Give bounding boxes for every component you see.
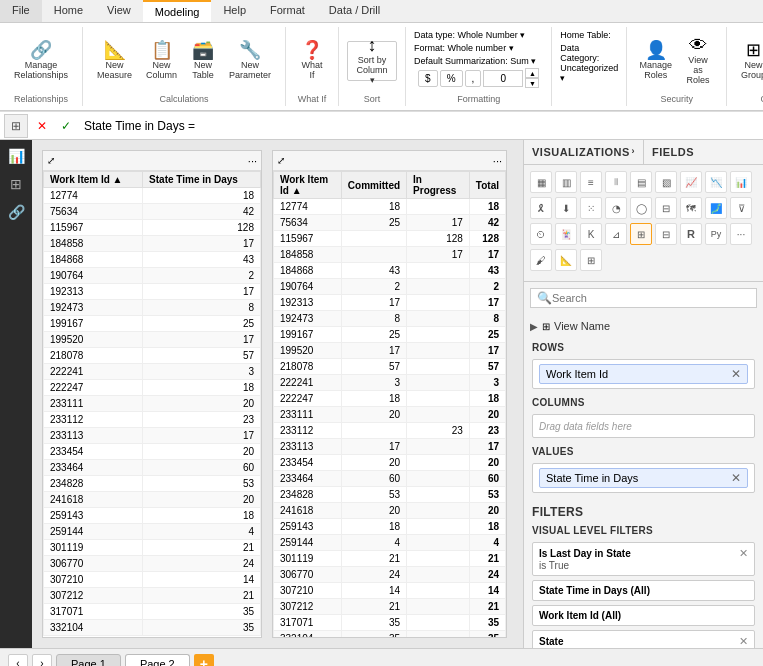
tab-data-drill[interactable]: Data / Drill [317, 0, 392, 22]
view-as-roles-button[interactable]: 👁 View asRoles [678, 34, 718, 87]
nav-data-icon[interactable]: ⊞ [4, 172, 28, 196]
ribbon: File Home View Modeling Help Format Data… [0, 0, 763, 112]
tab-modeling[interactable]: Modeling [143, 0, 212, 22]
table-row: 2591444 [44, 524, 261, 540]
viz-slicer[interactable]: ⊿ [605, 223, 627, 245]
manage-relationships-button[interactable]: 🔗 ManageRelationships [8, 39, 74, 82]
decimal-down-button[interactable]: ▼ [525, 78, 539, 88]
format-value-input[interactable]: 0 [483, 70, 523, 87]
viz-kpi[interactable]: K [580, 223, 602, 245]
table-selector-icon[interactable]: ⊞ [4, 114, 28, 138]
view-name-field[interactable]: ▶ ⊞ View Name [530, 318, 757, 334]
left-table-expand-icon[interactable]: ⤢ [47, 155, 55, 166]
values-drop-zone[interactable]: State Time in Days ✕ [532, 463, 755, 493]
formula-cancel-button[interactable]: ✕ [32, 116, 52, 136]
viz-line[interactable]: 📈 [680, 171, 702, 193]
col-work-item-id[interactable]: Work Item Id ▲ [44, 172, 143, 188]
dollar-button[interactable]: $ [418, 70, 438, 87]
col-right-in-progress[interactable]: In Progress [407, 172, 470, 199]
viz-treemap[interactable]: ⊟ [655, 197, 677, 219]
viz-stacked-bar[interactable]: ▦ [530, 171, 552, 193]
search-input[interactable] [552, 292, 750, 304]
viz-scatter[interactable]: ⁙ [580, 197, 602, 219]
viz-gauge[interactable]: ⏲ [530, 223, 552, 245]
percent-button[interactable]: % [440, 70, 463, 87]
viz-line-col[interactable]: 📊 [730, 171, 752, 193]
decimal-up-button[interactable]: ▲ [525, 68, 539, 78]
col-state-time-in-days[interactable]: State Time in Days [143, 172, 261, 188]
viz-clustered-bar[interactable]: ≡ [580, 171, 602, 193]
rows-drop-zone[interactable]: Work Item Id ✕ [532, 359, 755, 389]
viz-fields-icon[interactable]: ⊞ [580, 249, 602, 271]
new-measure-button[interactable]: 📐 NewMeasure [91, 39, 138, 82]
columns-drop-zone[interactable]: Drag data fields here [532, 414, 755, 438]
whatif-button[interactable]: ❓ What If [294, 39, 330, 82]
viz-stacked-col[interactable]: ▥ [555, 171, 577, 193]
viz-format-icon[interactable]: 🖌 [530, 249, 552, 271]
viz-funnel[interactable]: ⊽ [730, 197, 752, 219]
tab-view[interactable]: View [95, 0, 143, 22]
filter-1-remove[interactable]: ✕ [739, 547, 748, 560]
manage-roles-button[interactable]: 👤 ManageRoles [635, 39, 676, 82]
viz-ribbon[interactable]: 🎗 [530, 197, 552, 219]
table-row: 2331122323 [274, 423, 506, 439]
new-group-button[interactable]: ⊞ NewGroup [735, 39, 763, 82]
left-table-more-icon[interactable]: ··· [248, 155, 257, 167]
add-page-button[interactable]: + [194, 654, 214, 667]
viz-matrix[interactable]: ⊟ [655, 223, 677, 245]
table-row: 24161820 [44, 492, 261, 508]
table-row: 2331131717 [274, 439, 506, 455]
table-row: 2331112020 [274, 407, 506, 423]
right-table-container: ⤢ ··· Work Item Id ▲ Committed In Progre… [272, 150, 507, 638]
work-item-id-remove[interactable]: ✕ [731, 367, 741, 381]
right-table-expand-icon[interactable]: ⤢ [277, 155, 285, 166]
nav-relationships-icon[interactable]: 🔗 [4, 200, 28, 224]
col-right-total[interactable]: Total [469, 172, 505, 199]
viz-100bar[interactable]: ▤ [630, 171, 652, 193]
state-time-chip: State Time in Days ✕ [539, 468, 748, 488]
filter-3-title: Work Item Id (All) [539, 610, 748, 621]
tab-help[interactable]: Help [211, 0, 258, 22]
table-row: 3321043535 [274, 631, 506, 638]
tab-format[interactable]: Format [258, 0, 317, 22]
col-right-committed[interactable]: Committed [341, 172, 406, 199]
home-table-label: Home Table: [560, 30, 610, 40]
table-row: 33210435 [44, 620, 261, 636]
right-table-more-icon[interactable]: ··· [493, 155, 502, 167]
formula-input[interactable] [80, 119, 759, 133]
viz-py[interactable]: Py [705, 223, 727, 245]
viz-waterfall[interactable]: ⬇ [555, 197, 577, 219]
filter-4-remove[interactable]: ✕ [739, 635, 748, 648]
viz-analytics-icon[interactable]: 📐 [555, 249, 577, 271]
viz-map[interactable]: 🗺 [680, 197, 702, 219]
formula-confirm-button[interactable]: ✓ [56, 116, 76, 136]
viz-pie[interactable]: ◔ [605, 197, 627, 219]
viz-donut[interactable]: ◯ [630, 197, 652, 219]
viz-r[interactable]: R [680, 223, 702, 245]
viz-table[interactable]: ⊞ [630, 223, 652, 245]
viz-chevron[interactable]: › [632, 146, 636, 156]
tab-file[interactable]: File [0, 0, 42, 22]
page-next-button[interactable]: › [32, 654, 52, 667]
page-tab-2[interactable]: Page 2 [125, 654, 190, 667]
work-item-id-chip: Work Item Id ✕ [539, 364, 748, 384]
col-right-work-item-id[interactable]: Work Item Id ▲ [274, 172, 342, 199]
page-prev-button[interactable]: ‹ [8, 654, 28, 667]
new-parameter-button[interactable]: 🔧 NewParameter [223, 39, 277, 82]
viz-card[interactable]: 🃏 [555, 223, 577, 245]
viz-area[interactable]: 📉 [705, 171, 727, 193]
viz-filled-map[interactable]: 🗾 [705, 197, 727, 219]
viz-100col[interactable]: ▧ [655, 171, 677, 193]
comma-button[interactable]: , [465, 70, 482, 87]
viz-more[interactable]: ··· [730, 223, 752, 245]
table-row: 1848684343 [274, 263, 506, 279]
state-time-remove[interactable]: ✕ [731, 471, 741, 485]
nav-report-icon[interactable]: 📊 [4, 144, 28, 168]
new-table-button[interactable]: 🗃️ NewTable [185, 39, 221, 82]
tab-home[interactable]: Home [42, 0, 95, 22]
relationships-icon: 🔗 [30, 41, 52, 59]
new-column-button[interactable]: 📋 NewColumn [140, 39, 183, 82]
page-tab-1[interactable]: Page 1 [56, 654, 121, 667]
viz-clustered-col[interactable]: ⦀ [605, 171, 627, 193]
sort-by-column-button[interactable]: ↕ Sort byColumn ▾ [347, 41, 397, 81]
